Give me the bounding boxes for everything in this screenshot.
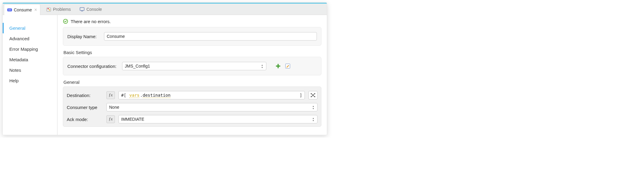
svg-rect-8 <box>81 11 83 11</box>
svg-rect-12 <box>276 66 280 67</box>
svg-point-1 <box>8 9 9 10</box>
ok-check-icon <box>63 19 68 24</box>
tab-problems[interactable]: Problems <box>43 4 74 15</box>
fx-toggle-ackmode[interactable]: ƒx <box>106 115 115 123</box>
sidebar-item-label: General <box>9 26 25 31</box>
connector-config-label: Connector configuration: <box>67 64 118 69</box>
status-row: There are no errors. <box>63 19 321 24</box>
svg-point-6 <box>49 9 50 11</box>
stepper-icon: ▲▼ <box>260 64 264 68</box>
sidebar-item-general[interactable]: General <box>3 23 57 33</box>
basic-settings-panel: Connector configuration: JMS_Config1 ▲▼ <box>63 57 321 75</box>
sidebar-item-label: Metadata <box>9 57 28 62</box>
svg-rect-7 <box>80 8 84 11</box>
close-icon[interactable]: × <box>34 8 37 12</box>
main-panel: There are no errors. Display Name: Basic… <box>57 15 327 135</box>
general-panel: Destination: ƒx #[ vars.destination ] <box>63 86 321 127</box>
connector-config-value: JMS_Config1 <box>125 64 150 68</box>
consumer-type-label: Consumer type <box>67 105 103 110</box>
svg-point-5 <box>48 8 49 9</box>
tab-label: Consume <box>14 8 32 12</box>
sidebar-item-label: Error Mapping <box>9 47 38 52</box>
ack-mode-select[interactable]: IMMEDIATE ▲▼ <box>118 115 317 123</box>
sidebar-item-label: Help <box>9 78 19 83</box>
display-name-label: Display Name: <box>67 34 100 39</box>
problems-icon <box>46 7 51 12</box>
sidebar-item-label: Notes <box>9 68 21 73</box>
svg-rect-4 <box>47 8 51 11</box>
display-name-panel: Display Name: <box>63 27 321 46</box>
tab-console[interactable]: Console <box>77 4 105 15</box>
sidebar-item-notes[interactable]: Notes <box>3 65 57 75</box>
stepper-icon: ▲▼ <box>311 105 315 110</box>
consume-icon <box>7 8 12 12</box>
tab-consume[interactable]: Consume × <box>4 4 40 15</box>
ack-mode-label: Ack mode: <box>67 117 103 122</box>
tab-label: Problems <box>53 7 71 12</box>
editor-body: General Advanced Error Mapping Metadata … <box>3 15 327 135</box>
tab-bar: Consume × Problems Console <box>3 3 327 15</box>
add-icon <box>275 63 281 69</box>
fx-toggle-destination[interactable]: ƒx <box>106 91 115 99</box>
edit-config-button[interactable] <box>284 62 292 70</box>
map-icon <box>310 93 316 98</box>
basic-settings-title: Basic Settings <box>63 50 321 55</box>
general-title: General <box>63 80 321 85</box>
destination-expression-input[interactable]: #[ vars.destination ] <box>118 91 305 99</box>
consumer-type-select[interactable]: None ▲▼ <box>106 103 317 111</box>
sidebar: General Advanced Error Mapping Metadata … <box>3 15 57 135</box>
map-destination-button[interactable] <box>308 91 317 99</box>
ack-mode-value: IMMEDIATE <box>121 117 144 122</box>
svg-point-3 <box>10 9 11 10</box>
sidebar-item-label: Advanced <box>9 36 29 41</box>
consumer-type-value: None <box>109 105 119 110</box>
destination-label: Destination: <box>67 93 103 98</box>
add-config-button[interactable] <box>274 62 282 70</box>
display-name-input[interactable] <box>104 32 317 41</box>
edit-icon <box>285 63 290 69</box>
sidebar-item-metadata[interactable]: Metadata <box>3 54 57 65</box>
svg-point-2 <box>9 9 10 10</box>
stepper-icon: ▲▼ <box>311 117 315 122</box>
sidebar-item-error-mapping[interactable]: Error Mapping <box>3 44 57 54</box>
connector-config-select[interactable]: JMS_Config1 ▲▼ <box>122 62 266 70</box>
editor-window: Consume × Problems Console <box>2 2 327 135</box>
tab-label: Console <box>86 7 102 12</box>
console-icon <box>80 7 84 12</box>
sidebar-item-help[interactable]: Help <box>3 75 57 86</box>
sidebar-item-advanced[interactable]: Advanced <box>3 33 57 44</box>
status-message: There are no errors. <box>71 19 111 24</box>
